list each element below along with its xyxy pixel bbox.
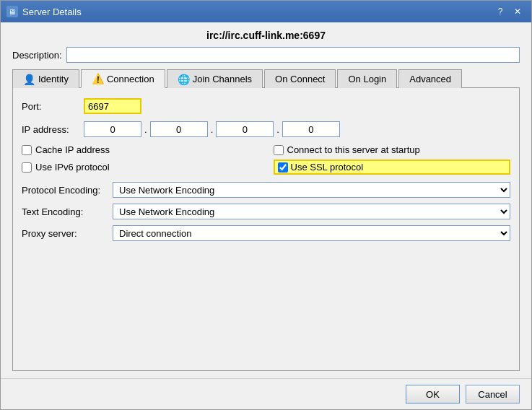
server-details-dialog: 🖥 Server Details ? ✕ irc://irc.cuff-link… (0, 0, 532, 410)
ip-segment-4[interactable] (282, 121, 340, 137)
ipv6-checkbox[interactable] (22, 162, 32, 173)
description-row: Description: (12, 47, 520, 63)
description-input[interactable] (66, 47, 520, 63)
help-button[interactable]: ? (492, 5, 508, 18)
text-encoding-row: Text Encoding: Use Network Encoding UTF-… (22, 204, 510, 219)
ssl-checkbox[interactable] (278, 162, 288, 173)
dialog-footer: OK Cancel (1, 378, 531, 409)
port-label: Port: (22, 101, 79, 112)
title-bar: 🖥 Server Details ? ✕ (1, 1, 531, 22)
protocol-encoding-select[interactable]: Use Network Encoding UTF-8 Latin-1 (113, 182, 510, 198)
ipv6-item: Use IPv6 protocol (22, 160, 259, 175)
cancel-button[interactable]: Cancel (466, 385, 520, 404)
tab-identity[interactable]: 👤 Identity (12, 69, 79, 88)
tab-identity-label: Identity (38, 74, 69, 84)
tab-join-channels[interactable]: 🌐 Join Channels (167, 69, 263, 88)
ip-dot-2: . (208, 124, 217, 135)
ipv6-label: Use IPv6 protocol (35, 162, 110, 173)
title-bar-buttons: ? ✕ (492, 5, 526, 18)
ssl-label: Use SSL protocol (291, 162, 364, 173)
connect-startup-checkbox[interactable] (274, 145, 284, 155)
tab-on-connect[interactable]: On Connect (264, 69, 336, 88)
dialog-body: irc://irc.cuff-link.me:6697 Description:… (1, 22, 531, 378)
proxy-server-select[interactable]: Direct connection SOCKS5 HTTP (113, 225, 510, 241)
ip-label: IP address: (22, 124, 79, 135)
tab-on-connect-label: On Connect (275, 74, 325, 84)
checkboxes-grid: Cache IP address Connect to this server … (22, 144, 510, 175)
tab-content-connection: Port: IP address: . . . (12, 88, 520, 371)
ip-row: IP address: . . . (22, 121, 510, 137)
ip-segment-1[interactable] (84, 121, 141, 137)
cache-ip-item: Cache IP address (22, 144, 259, 155)
tab-advanced[interactable]: Advanced (398, 69, 462, 88)
proxy-server-label: Proxy server: (22, 228, 108, 239)
proxy-server-row: Proxy server: Direct connection SOCKS5 H… (22, 225, 510, 241)
text-encoding-label: Text Encoding: (22, 206, 108, 217)
ok-button[interactable]: OK (406, 385, 460, 404)
ip-dot-3: . (274, 124, 282, 135)
dialog-icon: 🖥 (6, 6, 18, 17)
port-input[interactable] (84, 98, 141, 114)
tab-connection-label: Connection (107, 74, 154, 84)
tabs-bar: 👤 Identity ⚠️ Connection 🌐 Join Channels… (12, 69, 520, 88)
identity-icon: 👤 (23, 74, 35, 85)
cache-ip-label: Cache IP address (35, 144, 110, 155)
description-label: Description: (12, 50, 62, 61)
ip-dot-1: . (141, 124, 150, 135)
port-row: Port: (22, 98, 510, 114)
tab-on-login-label: On Login (348, 74, 386, 84)
connect-startup-label: Connect to this server at startup (287, 144, 420, 155)
title-bar-text: Server Details (22, 6, 488, 17)
ip-segment-2[interactable] (150, 121, 208, 137)
join-channels-icon: 🌐 (178, 74, 190, 85)
ssl-item: Use SSL protocol (274, 160, 511, 175)
ip-segments: . . . (84, 121, 340, 137)
protocol-encoding-label: Protocol Encoding: (22, 185, 108, 196)
cache-ip-checkbox[interactable] (22, 145, 32, 155)
ip-segment-3[interactable] (216, 121, 274, 137)
connect-startup-item: Connect to this server at startup (274, 144, 511, 155)
tab-advanced-label: Advanced (409, 74, 451, 84)
server-url: irc://irc.cuff-link.me:6697 (12, 30, 520, 41)
text-encoding-select[interactable]: Use Network Encoding UTF-8 Latin-1 (113, 204, 510, 219)
tab-on-login[interactable]: On Login (337, 69, 397, 88)
tab-connection[interactable]: ⚠️ Connection (81, 69, 165, 88)
connection-icon: ⚠️ (92, 73, 104, 84)
tab-join-channels-label: Join Channels (193, 74, 252, 84)
close-button[interactable]: ✕ (510, 5, 526, 18)
protocol-encoding-row: Protocol Encoding: Use Network Encoding … (22, 182, 510, 198)
